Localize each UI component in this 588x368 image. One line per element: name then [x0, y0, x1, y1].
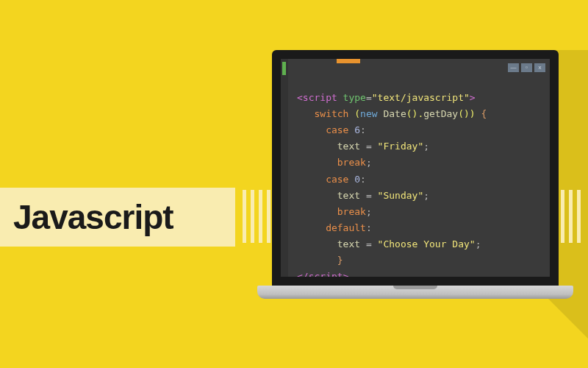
close-icon[interactable]: x [534, 63, 545, 72]
laptop-bezel: — ▫ x <script type="text/javascript"> sw… [272, 50, 559, 286]
code-editor-screen: — ▫ x <script type="text/javascript"> sw… [281, 59, 550, 277]
editor-gutter [281, 59, 288, 277]
gutter-marker [282, 62, 286, 75]
maximize-icon[interactable]: ▫ [521, 63, 532, 72]
editor-tab-indicator [337, 59, 360, 63]
code-block: <script type="text/javascript"> switch (… [297, 74, 487, 277]
laptop-notch [393, 286, 437, 289]
minimize-icon[interactable]: — [508, 63, 519, 72]
title-banner: Javascript [0, 188, 235, 247]
laptop-illustration: — ▫ x <script type="text/javascript"> sw… [272, 50, 559, 299]
decorative-stripes-left [243, 190, 270, 243]
page-title: Javascript [13, 197, 173, 237]
laptop-base [257, 286, 573, 299]
window-controls: — ▫ x [508, 63, 545, 72]
